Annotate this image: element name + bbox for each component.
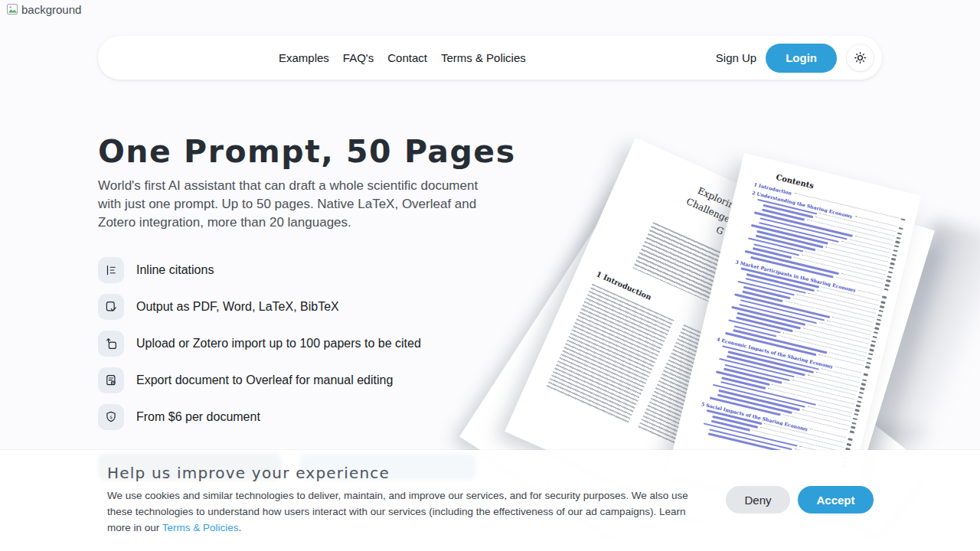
sign-up-link[interactable]: Sign Up (716, 51, 756, 64)
feature-price: $ From $6 per document (98, 404, 421, 430)
nav-link-faqs[interactable]: FAQ's (343, 51, 374, 64)
cookie-banner-text: We use cookies and similar technologies … (107, 487, 704, 536)
navbar: Examples FAQ's Contact Terms & Policies … (98, 36, 882, 80)
pgbar (866, 361, 871, 364)
feature-label: Upload or Zotero import up to 100 papers… (136, 337, 421, 350)
pgbar (891, 258, 896, 261)
broken-image-icon (5, 2, 19, 16)
cookie-text-after-link: . (239, 522, 242, 533)
pgbar (848, 438, 852, 441)
price-shield-icon: $ (98, 404, 124, 430)
feature-overleaf-export: Export document to Overleaf for manual e… (98, 367, 421, 393)
sun-icon (853, 51, 867, 65)
feature-output-formats: Output as PDF, Word, LaTeX, BibTeX (98, 294, 421, 320)
hero-subtitle: World's first AI assistant that can draf… (98, 177, 485, 232)
feature-label: Inline citations (136, 263, 214, 277)
pgbar (892, 254, 897, 257)
pgbar (856, 405, 861, 408)
pgbar (897, 236, 901, 240)
nav-links: Examples FAQ's Contact Terms & Policies (279, 51, 526, 64)
pgbar (874, 331, 878, 334)
pgbar (886, 279, 890, 282)
svg-text:$: $ (109, 415, 113, 419)
pgbar (869, 348, 874, 351)
pgbar (864, 373, 868, 377)
login-button[interactable]: Login (766, 44, 837, 73)
feature-label: Output as PDF, Word, LaTeX, BibTeX (136, 300, 339, 314)
feature-inline-citations: Inline citations (98, 257, 421, 283)
pgbar (884, 289, 888, 292)
pgbar (862, 379, 867, 382)
theme-toggle-button[interactable] (846, 44, 874, 72)
pgbar (894, 245, 899, 248)
pgbar (900, 218, 905, 221)
pgbar (859, 392, 864, 395)
overleaf-export-icon (98, 367, 124, 393)
pgbar (899, 227, 903, 230)
pgbar (857, 400, 861, 403)
page-title: One Prompt, 50 Pages (98, 133, 516, 170)
pgbar (853, 418, 858, 421)
pgbar (893, 249, 897, 253)
pgbar (854, 413, 858, 416)
pgbar (860, 387, 864, 390)
pgbar (877, 314, 882, 317)
pgbar (877, 318, 881, 321)
pgbar (889, 266, 893, 269)
pgbar (885, 284, 890, 287)
pgbar (874, 327, 879, 330)
pgbar (888, 271, 893, 274)
pgbar (865, 366, 870, 369)
upload-papers-icon (98, 331, 124, 357)
pgbar (851, 422, 856, 425)
accept-button[interactable]: Accept (798, 486, 874, 514)
pgbar (847, 443, 851, 446)
feature-upload-papers: Upload or Zotero import up to 100 papers… (98, 331, 421, 357)
feature-list: Inline citations Output as PDF, Word, La… (98, 257, 421, 441)
nav-link-examples[interactable]: Examples (279, 51, 329, 64)
broken-image-alt-text: background (21, 3, 81, 16)
pgbar (854, 409, 859, 412)
pgbar (850, 430, 854, 433)
background-image-broken: background (5, 2, 81, 16)
pgbar (872, 336, 877, 339)
output-formats-icon (98, 294, 124, 320)
deny-button[interactable]: Deny (726, 486, 790, 514)
cookie-banner: Help us improve your experience We use c… (0, 450, 980, 551)
pgbar (895, 241, 900, 244)
nav-right-group: Sign Up Login (716, 44, 882, 73)
pgbar (851, 426, 855, 429)
terms-policies-link[interactable]: Terms & Policies (162, 522, 239, 533)
pgbar (880, 305, 884, 308)
pgbar (875, 323, 880, 326)
pgbar (868, 353, 873, 356)
nav-link-contact[interactable]: Contact (387, 51, 427, 64)
inline-citations-icon (98, 257, 124, 283)
pgbar (858, 396, 862, 399)
feature-label: Export document to Overleaf for manual e… (136, 373, 393, 387)
cookie-banner-title: Help us improve your experience (107, 464, 390, 482)
pgbar (867, 357, 872, 360)
nav-link-terms-policies[interactable]: Terms & Policies (441, 51, 526, 64)
pgbar (879, 310, 884, 313)
feature-label: From $6 per document (136, 410, 260, 424)
pgbar (871, 340, 876, 343)
pgbar (890, 262, 894, 266)
pgbar (882, 295, 887, 298)
pgbar (861, 383, 866, 386)
pgbar (887, 276, 891, 279)
pgbar (871, 344, 875, 347)
pgbar (897, 232, 902, 235)
pgbar (880, 301, 885, 304)
